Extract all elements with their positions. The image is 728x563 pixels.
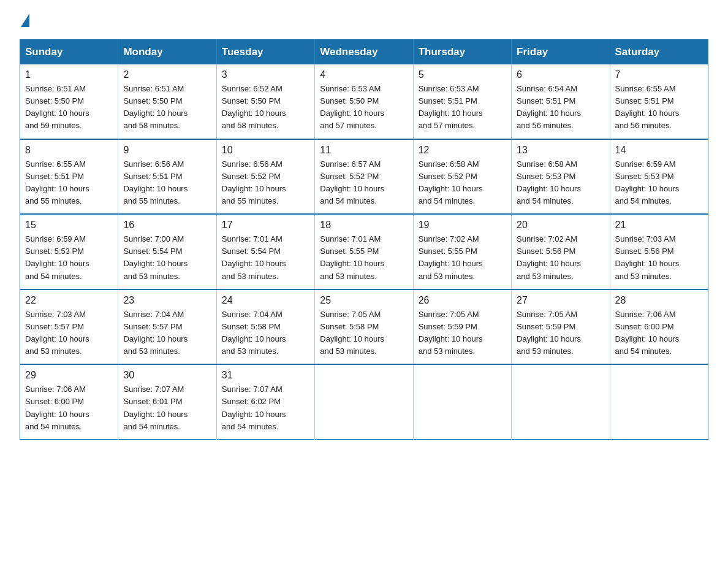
calendar-day-cell: 8 Sunrise: 6:55 AMSunset: 5:51 PMDayligh…	[20, 139, 118, 215]
calendar-day-cell: 11 Sunrise: 6:57 AMSunset: 5:52 PMDaylig…	[315, 139, 413, 215]
calendar-day-cell: 1 Sunrise: 6:51 AMSunset: 5:50 PMDayligh…	[20, 64, 118, 139]
day-number: 1	[25, 69, 113, 80]
day-number: 16	[123, 220, 211, 231]
day-info: Sunrise: 6:51 AMSunset: 5:50 PMDaylight:…	[25, 84, 89, 130]
col-header-wednesday: Wednesday	[315, 40, 413, 65]
day-number: 31	[222, 370, 309, 381]
calendar-week-row: 8 Sunrise: 6:55 AMSunset: 5:51 PMDayligh…	[20, 139, 708, 215]
calendar-day-cell: 29 Sunrise: 7:06 AMSunset: 6:00 PMDaylig…	[20, 364, 118, 439]
col-header-saturday: Saturday	[610, 40, 708, 65]
day-info: Sunrise: 6:55 AMSunset: 5:51 PMDaylight:…	[615, 84, 680, 130]
col-header-sunday: Sunday	[20, 40, 118, 65]
day-number: 25	[320, 295, 408, 306]
day-info: Sunrise: 6:56 AMSunset: 5:52 PMDaylight:…	[222, 159, 286, 205]
day-number: 7	[615, 69, 703, 80]
calendar-day-cell: 15 Sunrise: 6:59 AMSunset: 5:53 PMDaylig…	[20, 214, 118, 289]
day-info: Sunrise: 7:06 AMSunset: 6:00 PMDaylight:…	[25, 385, 89, 431]
day-number: 15	[25, 220, 113, 231]
calendar-day-cell: 30 Sunrise: 7:07 AMSunset: 6:01 PMDaylig…	[118, 364, 216, 439]
day-number: 26	[419, 295, 506, 306]
calendar-day-cell: 13 Sunrise: 6:58 AMSunset: 5:53 PMDaylig…	[512, 139, 610, 215]
day-number: 10	[222, 145, 309, 156]
day-number: 9	[123, 145, 211, 156]
day-number: 18	[320, 220, 408, 231]
day-number: 22	[25, 295, 113, 306]
day-info: Sunrise: 6:53 AMSunset: 5:50 PMDaylight:…	[320, 84, 384, 130]
logo-triangle-icon	[21, 13, 29, 27]
day-info: Sunrise: 7:02 AMSunset: 5:56 PMDaylight:…	[517, 234, 581, 280]
calendar-day-cell: 31 Sunrise: 7:07 AMSunset: 6:02 PMDaylig…	[216, 364, 314, 439]
calendar-day-cell: 9 Sunrise: 6:56 AMSunset: 5:51 PMDayligh…	[118, 139, 216, 215]
day-number: 6	[517, 69, 604, 80]
day-number: 14	[615, 145, 703, 156]
day-info: Sunrise: 7:06 AMSunset: 6:00 PMDaylight:…	[615, 310, 680, 356]
day-info: Sunrise: 6:56 AMSunset: 5:51 PMDaylight:…	[123, 159, 188, 205]
calendar-week-row: 15 Sunrise: 6:59 AMSunset: 5:53 PMDaylig…	[20, 214, 708, 289]
day-info: Sunrise: 7:03 AMSunset: 5:57 PMDaylight:…	[25, 310, 89, 356]
day-info: Sunrise: 6:51 AMSunset: 5:50 PMDaylight:…	[123, 84, 188, 130]
day-number: 19	[419, 220, 506, 231]
calendar-week-row: 1 Sunrise: 6:51 AMSunset: 5:50 PMDayligh…	[20, 64, 708, 139]
calendar-day-cell: 25 Sunrise: 7:05 AMSunset: 5:58 PMDaylig…	[315, 289, 413, 365]
day-info: Sunrise: 7:05 AMSunset: 5:59 PMDaylight:…	[517, 310, 581, 356]
day-info: Sunrise: 6:53 AMSunset: 5:51 PMDaylight:…	[419, 84, 483, 130]
calendar-day-cell: 6 Sunrise: 6:54 AMSunset: 5:51 PMDayligh…	[512, 64, 610, 139]
day-info: Sunrise: 7:07 AMSunset: 6:02 PMDaylight:…	[222, 385, 286, 431]
day-number: 23	[123, 295, 211, 306]
page-header	[20, 15, 708, 28]
calendar-day-cell: 24 Sunrise: 7:04 AMSunset: 5:58 PMDaylig…	[216, 289, 314, 365]
calendar-day-cell: 12 Sunrise: 6:58 AMSunset: 5:52 PMDaylig…	[413, 139, 511, 215]
day-info: Sunrise: 6:58 AMSunset: 5:52 PMDaylight:…	[419, 159, 483, 205]
calendar-day-cell: 14 Sunrise: 6:59 AMSunset: 5:53 PMDaylig…	[610, 139, 708, 215]
day-number: 20	[517, 220, 604, 231]
day-number: 29	[25, 370, 113, 381]
calendar-day-cell: 27 Sunrise: 7:05 AMSunset: 5:59 PMDaylig…	[512, 289, 610, 365]
day-info: Sunrise: 7:01 AMSunset: 5:55 PMDaylight:…	[320, 234, 384, 280]
calendar-day-cell: 4 Sunrise: 6:53 AMSunset: 5:50 PMDayligh…	[315, 64, 413, 139]
day-number: 8	[25, 145, 113, 156]
calendar-week-row: 29 Sunrise: 7:06 AMSunset: 6:00 PMDaylig…	[20, 364, 708, 439]
day-info: Sunrise: 7:03 AMSunset: 5:56 PMDaylight:…	[615, 234, 680, 280]
day-info: Sunrise: 6:54 AMSunset: 5:51 PMDaylight:…	[517, 84, 581, 130]
col-header-thursday: Thursday	[413, 40, 511, 65]
day-number: 4	[320, 69, 408, 80]
day-number: 24	[222, 295, 309, 306]
calendar-day-cell: 28 Sunrise: 7:06 AMSunset: 6:00 PMDaylig…	[610, 289, 708, 365]
calendar-day-cell: 22 Sunrise: 7:03 AMSunset: 5:57 PMDaylig…	[20, 289, 118, 365]
col-header-monday: Monday	[118, 40, 216, 65]
calendar-day-cell: 18 Sunrise: 7:01 AMSunset: 5:55 PMDaylig…	[315, 214, 413, 289]
logo	[20, 15, 31, 28]
day-info: Sunrise: 6:59 AMSunset: 5:53 PMDaylight:…	[25, 234, 89, 280]
calendar-week-row: 22 Sunrise: 7:03 AMSunset: 5:57 PMDaylig…	[20, 289, 708, 365]
calendar-day-cell: 16 Sunrise: 7:00 AMSunset: 5:54 PMDaylig…	[118, 214, 216, 289]
day-info: Sunrise: 6:59 AMSunset: 5:53 PMDaylight:…	[615, 159, 680, 205]
day-number: 2	[123, 69, 211, 80]
day-info: Sunrise: 7:05 AMSunset: 5:59 PMDaylight:…	[419, 310, 483, 356]
calendar-day-cell: 2 Sunrise: 6:51 AMSunset: 5:50 PMDayligh…	[118, 64, 216, 139]
calendar-day-cell: 19 Sunrise: 7:02 AMSunset: 5:55 PMDaylig…	[413, 214, 511, 289]
day-info: Sunrise: 6:58 AMSunset: 5:53 PMDaylight:…	[517, 159, 581, 205]
day-info: Sunrise: 7:04 AMSunset: 5:58 PMDaylight:…	[222, 310, 286, 356]
calendar-day-cell: 10 Sunrise: 6:56 AMSunset: 5:52 PMDaylig…	[216, 139, 314, 215]
day-number: 12	[419, 145, 506, 156]
calendar-day-cell	[512, 364, 610, 439]
day-number: 30	[123, 370, 211, 381]
day-info: Sunrise: 6:52 AMSunset: 5:50 PMDaylight:…	[222, 84, 286, 130]
day-info: Sunrise: 6:57 AMSunset: 5:52 PMDaylight:…	[320, 159, 384, 205]
day-number: 28	[615, 295, 703, 306]
day-info: Sunrise: 7:07 AMSunset: 6:01 PMDaylight:…	[123, 385, 188, 431]
day-number: 17	[222, 220, 309, 231]
calendar-day-cell: 5 Sunrise: 6:53 AMSunset: 5:51 PMDayligh…	[413, 64, 511, 139]
calendar-day-cell: 7 Sunrise: 6:55 AMSunset: 5:51 PMDayligh…	[610, 64, 708, 139]
calendar-day-cell	[315, 364, 413, 439]
calendar-table: SundayMondayTuesdayWednesdayThursdayFrid…	[20, 39, 708, 440]
day-number: 3	[222, 69, 309, 80]
day-number: 13	[517, 145, 604, 156]
day-number: 5	[419, 69, 506, 80]
calendar-day-cell	[610, 364, 708, 439]
day-number: 21	[615, 220, 703, 231]
day-number: 11	[320, 145, 408, 156]
calendar-day-cell: 21 Sunrise: 7:03 AMSunset: 5:56 PMDaylig…	[610, 214, 708, 289]
day-info: Sunrise: 7:00 AMSunset: 5:54 PMDaylight:…	[123, 234, 188, 280]
col-header-tuesday: Tuesday	[216, 40, 314, 65]
